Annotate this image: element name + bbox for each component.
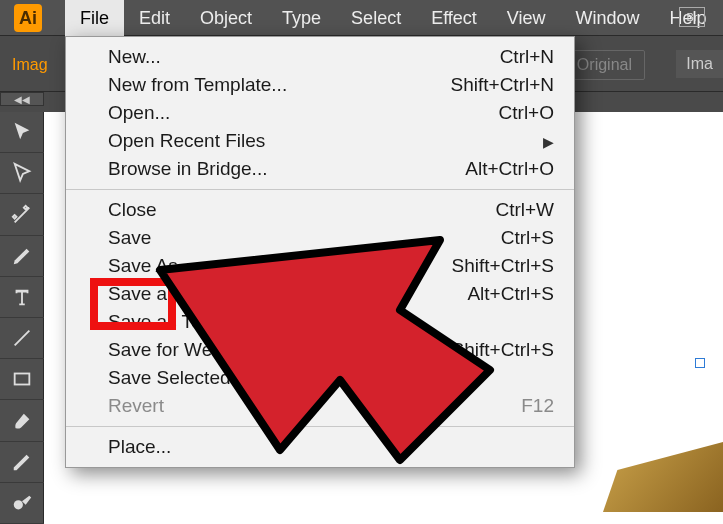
blob-brush-tool[interactable] bbox=[0, 483, 44, 524]
artwork-shape bbox=[603, 442, 723, 512]
menu-window[interactable]: Window bbox=[561, 0, 655, 36]
menu-effect[interactable]: Effect bbox=[416, 0, 492, 36]
paintbrush-tool[interactable] bbox=[0, 400, 44, 441]
pen-tool[interactable] bbox=[0, 236, 44, 277]
menu-item-shortcut: Alt+Ctrl+O bbox=[465, 158, 554, 180]
line-tool[interactable] bbox=[0, 318, 44, 359]
svg-point-2 bbox=[13, 500, 22, 509]
menu-item-label: Save bbox=[108, 227, 151, 249]
menu-item-label: New from Template... bbox=[108, 74, 287, 96]
image-trace-button[interactable]: Ima bbox=[676, 50, 723, 78]
document-tab[interactable]: Imag bbox=[12, 56, 48, 74]
menu-item-shortcut: Shift+Ctrl+N bbox=[451, 74, 554, 96]
rectangle-tool[interactable] bbox=[0, 359, 44, 400]
menu-item-shortcut: Ctrl+W bbox=[495, 199, 554, 221]
type-tool[interactable] bbox=[0, 277, 44, 318]
file-menu-open-recent-files[interactable]: Open Recent Files▶ bbox=[66, 127, 574, 155]
menu-item-shortcut: Ctrl+N bbox=[500, 46, 554, 68]
menu-item-label: New... bbox=[108, 46, 161, 68]
file-menu-open[interactable]: Open...Ctrl+O bbox=[66, 99, 574, 127]
file-menu-new[interactable]: New...Ctrl+N bbox=[66, 43, 574, 71]
annotation-arrow bbox=[150, 230, 510, 470]
menu-edit[interactable]: Edit bbox=[124, 0, 185, 36]
menu-file[interactable]: File bbox=[65, 0, 124, 36]
pencil-tool[interactable] bbox=[0, 442, 44, 483]
selection-tool[interactable] bbox=[0, 112, 44, 153]
menubar: Ai FileEditObjectTypeSelectEffectViewWin… bbox=[0, 0, 723, 36]
tools-panel bbox=[0, 112, 44, 524]
menu-item-label: Open Recent Files bbox=[108, 130, 265, 152]
menu-separator bbox=[66, 189, 574, 190]
selection-handle[interactable] bbox=[695, 358, 705, 368]
menu-type[interactable]: Type bbox=[267, 0, 336, 36]
app-icon: Ai bbox=[14, 4, 42, 32]
menu-select[interactable]: Select bbox=[336, 0, 416, 36]
svg-rect-1 bbox=[14, 374, 29, 385]
menu-object[interactable]: Object bbox=[185, 0, 267, 36]
menu-item-label: Browse in Bridge... bbox=[108, 158, 267, 180]
menu-item-label: Open... bbox=[108, 102, 170, 124]
direct-selection-tool[interactable] bbox=[0, 153, 44, 194]
svg-line-0 bbox=[14, 331, 29, 346]
menu-item-label: Close bbox=[108, 199, 157, 221]
file-menu-browse-in-bridge[interactable]: Browse in Bridge...Alt+Ctrl+O bbox=[66, 155, 574, 183]
menu-item-shortcut: Ctrl+O bbox=[499, 102, 554, 124]
bridge-icon[interactable]: Br bbox=[679, 7, 705, 27]
menu-item-shortcut: ▶ bbox=[543, 130, 554, 152]
submenu-arrow-icon: ▶ bbox=[543, 134, 554, 150]
magic-wand-tool[interactable] bbox=[0, 194, 44, 235]
menu-item-shortcut: F12 bbox=[521, 395, 554, 417]
menu-view[interactable]: View bbox=[492, 0, 561, 36]
file-menu-new-from-template[interactable]: New from Template...Shift+Ctrl+N bbox=[66, 71, 574, 99]
svg-marker-3 bbox=[160, 240, 490, 460]
file-menu-close[interactable]: CloseCtrl+W bbox=[66, 196, 574, 224]
panel-collapse-button[interactable]: ◀◀ bbox=[0, 92, 44, 106]
